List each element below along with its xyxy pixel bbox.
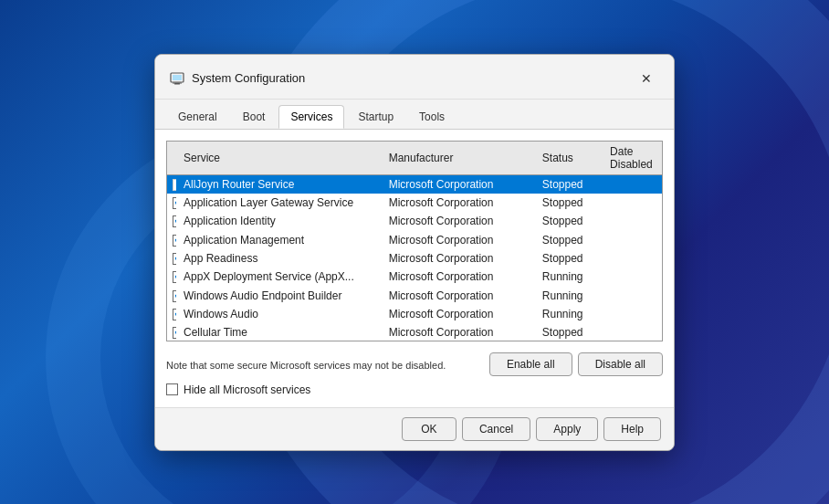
tab-boot[interactable]: Boot: [231, 105, 278, 129]
service-date-disabled: [603, 212, 662, 230]
svg-rect-3: [173, 75, 182, 80]
service-checkbox[interactable]: [173, 327, 176, 339]
dialog-footer: OK Cancel Apply Help: [155, 407, 674, 450]
service-status: Running: [535, 268, 603, 286]
table-row[interactable]: Windows Audio Endpoint BuilderMicrosoft …: [167, 286, 662, 304]
header-manufacturer[interactable]: Manufacturer: [382, 142, 535, 175]
service-name: Application Management: [176, 230, 382, 248]
service-checkbox[interactable]: [173, 235, 176, 247]
service-checkbox[interactable]: [173, 197, 176, 209]
row-checkbox-cell[interactable]: [167, 323, 176, 341]
service-checkbox[interactable]: [173, 290, 176, 302]
hide-ms-checkbox[interactable]: [166, 383, 178, 395]
hide-ms-label[interactable]: Hide all Microsoft services: [184, 383, 310, 396]
apply-button[interactable]: Apply: [536, 417, 598, 441]
service-name: AllJoyn Router Service: [176, 174, 382, 194]
row-checkbox-cell[interactable]: [167, 305, 176, 323]
tab-startup[interactable]: Startup: [346, 105, 405, 129]
cancel-button[interactable]: Cancel: [462, 417, 530, 441]
enable-all-button[interactable]: Enable all: [489, 352, 572, 376]
service-status: Stopped: [535, 323, 603, 341]
service-status: Stopped: [535, 194, 603, 212]
title-bar: System Configuration ✕: [155, 55, 674, 100]
table-header-row: Service Manufacturer Status Date Disable…: [167, 142, 662, 175]
table-row[interactable]: Application Layer Gateway ServiceMicroso…: [167, 194, 662, 212]
service-date-disabled: [603, 323, 662, 341]
service-status: Stopped: [535, 230, 603, 248]
close-button[interactable]: ✕: [634, 66, 659, 91]
title-bar-left: System Configuration: [170, 71, 305, 86]
table-row[interactable]: Application ManagementMicrosoft Corporat…: [167, 230, 662, 248]
service-date-disabled: [603, 305, 662, 323]
service-date-disabled: [603, 249, 662, 268]
table-row[interactable]: App ReadinessMicrosoft CorporationStoppe…: [167, 249, 662, 268]
service-name: AppX Deployment Service (AppX...: [176, 268, 382, 286]
service-date-disabled: [603, 174, 662, 194]
service-name: Application Identity: [176, 212, 382, 230]
help-button[interactable]: Help: [603, 417, 661, 441]
tab-tools[interactable]: Tools: [407, 105, 456, 129]
service-date-disabled: [603, 230, 662, 248]
note-text: Note that some secure Microsoft services…: [166, 360, 446, 371]
row-checkbox-cell[interactable]: [167, 249, 176, 268]
service-manufacturer: Microsoft Corporation: [382, 174, 535, 194]
ok-button[interactable]: OK: [402, 417, 456, 441]
table-row[interactable]: Application IdentityMicrosoft Corporatio…: [167, 212, 662, 230]
row-checkbox-cell[interactable]: [167, 268, 176, 286]
service-manufacturer: Microsoft Corporation: [382, 268, 535, 286]
service-manufacturer: Microsoft Corporation: [382, 305, 535, 323]
row-checkbox-cell[interactable]: [167, 194, 176, 212]
service-checkbox[interactable]: [173, 179, 176, 191]
header-date-disabled[interactable]: Date Disabled: [603, 142, 662, 175]
row-checkbox-cell[interactable]: [167, 174, 176, 194]
table-row[interactable]: Cellular TimeMicrosoft CorporationStoppe…: [167, 323, 662, 341]
service-name: App Readiness: [176, 249, 382, 268]
enable-disable-row: Enable all Disable all: [489, 352, 663, 376]
service-status: Stopped: [535, 212, 603, 230]
service-checkbox[interactable]: [173, 309, 176, 320]
service-name: Windows Audio Endpoint Builder: [176, 286, 382, 304]
service-status: Stopped: [535, 174, 603, 194]
service-manufacturer: Microsoft Corporation: [382, 230, 535, 248]
service-manufacturer: Microsoft Corporation: [382, 194, 535, 212]
tabs-container: General Boot Services Startup Tools: [155, 100, 674, 129]
table-row[interactable]: AllJoyn Router ServiceMicrosoft Corporat…: [167, 174, 662, 194]
service-checkbox[interactable]: [173, 271, 176, 283]
dialog-title: System Configuration: [192, 71, 305, 85]
service-status: Stopped: [535, 249, 603, 268]
table-row[interactable]: AppX Deployment Service (AppX...Microsof…: [167, 268, 662, 286]
service-date-disabled: [603, 268, 662, 286]
service-name: Cellular Time: [176, 323, 382, 341]
hide-microsoft-row: Hide all Microsoft services: [166, 383, 663, 396]
service-manufacturer: Microsoft Corporation: [382, 323, 535, 341]
services-table-container[interactable]: Service Manufacturer Status Date Disable…: [166, 141, 663, 341]
service-name: Windows Audio: [176, 305, 382, 323]
row-checkbox-cell[interactable]: [167, 212, 176, 230]
service-manufacturer: Microsoft Corporation: [382, 286, 535, 304]
system-configuration-dialog: System Configuration ✕ General Boot Serv…: [154, 54, 675, 451]
header-status[interactable]: Status: [535, 142, 603, 175]
service-checkbox[interactable]: [173, 253, 176, 265]
tab-services[interactable]: Services: [278, 105, 344, 129]
service-manufacturer: Microsoft Corporation: [382, 249, 535, 268]
service-checkbox[interactable]: [173, 215, 176, 227]
row-checkbox-cell[interactable]: [167, 230, 176, 248]
service-status: Running: [535, 305, 603, 323]
row-checkbox-cell[interactable]: [167, 286, 176, 304]
service-name: Application Layer Gateway Service: [176, 194, 382, 212]
services-table: Service Manufacturer Status Date Disable…: [167, 142, 662, 341]
tab-general[interactable]: General: [166, 105, 229, 129]
service-status: Running: [535, 286, 603, 304]
service-manufacturer: Microsoft Corporation: [382, 212, 535, 230]
table-row[interactable]: Windows AudioMicrosoft CorporationRunnin…: [167, 305, 662, 323]
dialog-body: Service Manufacturer Status Date Disable…: [155, 129, 674, 407]
service-date-disabled: [603, 286, 662, 304]
header-checkbox-col: [167, 142, 176, 175]
header-service[interactable]: Service: [176, 142, 382, 175]
disable-all-button[interactable]: Disable all: [578, 352, 663, 376]
monitor-icon: [170, 71, 184, 86]
service-date-disabled: [603, 194, 662, 212]
